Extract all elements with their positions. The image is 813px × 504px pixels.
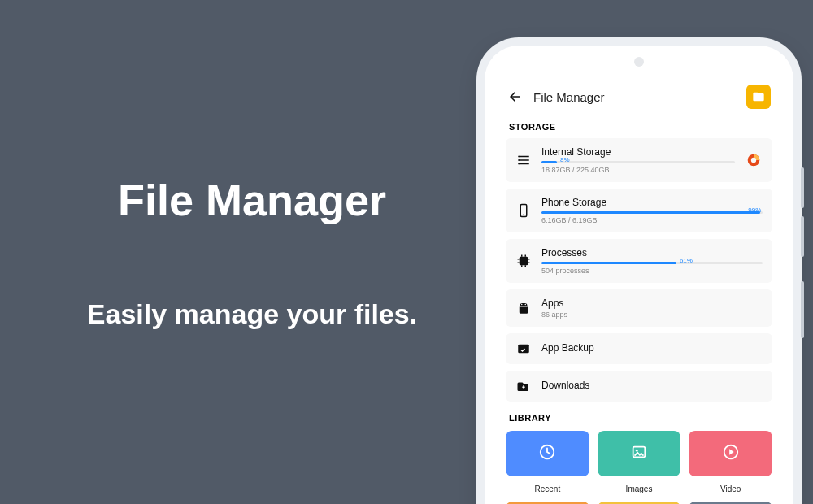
promo-subtitle: Easily manage your files. — [49, 298, 455, 330]
svg-point-1 — [519, 159, 520, 161]
phone-side-button — [801, 281, 804, 338]
library-tile-label: Images — [598, 484, 681, 493]
arrow-left-icon — [507, 89, 522, 104]
progress-percent: 61% — [676, 257, 693, 264]
storage-item-apps[interactable]: Apps86 apps — [506, 289, 772, 327]
library-tile-recent[interactable] — [506, 431, 589, 476]
appbackup-icon — [515, 341, 532, 356]
storage-item-title: Internal Storage — [541, 146, 735, 158]
svg-point-6 — [523, 215, 524, 216]
storage-analyze-button[interactable] — [745, 151, 763, 169]
storage-item-title: Processes — [541, 247, 763, 259]
back-button[interactable] — [507, 89, 522, 104]
storage-item-processes[interactable]: Processes61%504 processes — [506, 239, 772, 283]
storage-item-title: Downloads — [541, 380, 763, 391]
phone-icon — [515, 203, 532, 218]
storage-item-body: App Backup — [541, 342, 763, 355]
processes-icon — [515, 254, 532, 268]
phone-side-button — [801, 167, 804, 208]
storage-item-title: App Backup — [541, 342, 763, 354]
storage-item-phone[interactable]: Phone Storage99%6.16GB / 6.19GB — [506, 189, 772, 232]
pie-chart-icon — [745, 151, 763, 169]
app-bar: File Manager — [494, 73, 784, 117]
storage-item-sub: 18.87GB / 225.40GB — [541, 166, 735, 174]
library-row — [494, 429, 784, 481]
storage-item-body: Phone Storage99%6.16GB / 6.19GB — [541, 197, 763, 224]
phone-frame: File Manager STORAGE Internal Storage8%1… — [485, 46, 793, 504]
svg-point-2 — [519, 163, 520, 165]
storage-item-downloads[interactable]: Downloads — [506, 371, 772, 402]
library-labels: RecentImagesVideo — [494, 481, 784, 502]
storage-item-sub: 6.16GB / 6.19GB — [541, 216, 763, 224]
svg-point-13 — [636, 450, 638, 452]
phone-screen: File Manager STORAGE Internal Storage8%1… — [494, 73, 784, 504]
app-title: File Manager — [533, 90, 735, 104]
storage-list: Internal Storage8%18.87GB / 225.40GBPhon… — [494, 138, 784, 408]
promo-title: File Manager — [49, 175, 455, 225]
storage-item-body: Internal Storage8%18.87GB / 225.40GB — [541, 146, 735, 174]
image-icon — [630, 443, 648, 464]
phone-side-button — [801, 216, 804, 257]
progress-bar: 8% — [541, 161, 735, 163]
play-icon — [722, 443, 740, 464]
library-tile-images[interactable] — [598, 431, 681, 476]
folder-icon — [752, 90, 765, 103]
library-tile-label: Recent — [506, 484, 589, 493]
storage-item-title: Apps — [541, 298, 763, 309]
section-label-storage: STORAGE — [494, 117, 784, 138]
progress-percent: 99% — [745, 206, 761, 214]
storage-item-internal[interactable]: Internal Storage8%18.87GB / 225.40GB — [506, 138, 772, 182]
svg-point-0 — [519, 156, 520, 158]
progress-bar: 99% — [541, 211, 763, 214]
storage-item-appbackup[interactable]: App Backup — [506, 333, 772, 364]
phone-notch — [634, 57, 644, 67]
apps-icon — [515, 301, 532, 315]
clock-icon — [538, 443, 556, 464]
library-tile-video[interactable] — [689, 431, 772, 476]
storage-item-sub: 504 processes — [541, 267, 763, 275]
svg-rect-7 — [520, 257, 528, 266]
svg-point-8 — [521, 304, 523, 306]
progress-percent: 8% — [557, 156, 570, 163]
storage-item-title: Phone Storage — [541, 197, 763, 208]
downloads-icon — [515, 379, 532, 393]
storage-item-body: Apps86 apps — [541, 298, 763, 319]
section-label-library: LIBRARY — [494, 408, 784, 429]
storage-item-body: Processes61%504 processes — [541, 247, 763, 275]
promo-panel: File Manager Easily manage your files. — [49, 0, 455, 504]
svg-point-9 — [525, 304, 527, 306]
folder-button[interactable] — [746, 85, 771, 109]
storage-item-sub: 86 apps — [541, 311, 763, 319]
progress-bar: 61% — [541, 262, 763, 264]
svg-rect-10 — [518, 345, 529, 354]
svg-point-4 — [751, 158, 756, 163]
internal-icon — [515, 153, 532, 167]
storage-item-body: Downloads — [541, 380, 763, 393]
library-tile-label: Video — [689, 484, 772, 493]
